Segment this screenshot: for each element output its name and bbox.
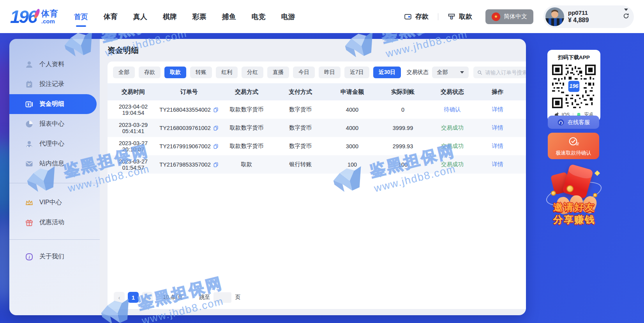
sidebar-item-vip[interactable]: VIP中心 (9, 193, 100, 212)
type-filter-stream[interactable]: 直播 (267, 67, 289, 78)
cell-method: 取款 (219, 161, 274, 168)
balance: ¥ 4,889 (568, 17, 589, 24)
detail-link[interactable]: 详情 (492, 106, 503, 112)
copy-icon[interactable] (213, 144, 219, 149)
qr-code: 196 (552, 65, 596, 108)
cell-payment: 数字货币 (274, 124, 326, 132)
withdraw-atm-icon (448, 13, 455, 21)
nav-item-esports[interactable]: 电竞 (252, 8, 266, 25)
type-filter-deposit[interactable]: 存款 (139, 67, 161, 78)
brand-logo[interactable]: 196 体育 .com (10, 8, 58, 26)
promo-line1: 邀请好友 (544, 201, 605, 214)
headset-icon (557, 119, 565, 126)
detail-link[interactable]: 详情 (492, 143, 503, 149)
status-select[interactable]: 全部 (432, 67, 469, 78)
main-nav: 首页 体育 真人 棋牌 彩票 捕鱼 电竞 电游 (74, 8, 295, 25)
cell-time: 2023-04-02 19:04:54 (108, 104, 159, 116)
rail-support-label: 在线客服 (568, 119, 590, 126)
search-icon (477, 70, 482, 75)
rail-support-button[interactable]: 在线客服 (548, 116, 599, 129)
sidebar-item-agent[interactable]: 代理中心 (9, 134, 100, 154)
status-badge: 待确认 (428, 106, 477, 113)
promo-line2: 分享赚钱 (544, 213, 605, 226)
status-filter-label: 交易状态 (406, 69, 428, 76)
type-filter-transfer[interactable]: 转账 (190, 67, 212, 78)
type-filter-all[interactable]: 全部 (113, 67, 135, 78)
nav-item-games[interactable]: 电游 (281, 8, 295, 25)
nav-item-sports[interactable]: 体育 (104, 8, 118, 25)
gift-icon (25, 218, 34, 227)
page-1-button[interactable]: 1 (128, 292, 139, 303)
coin-icon (551, 191, 556, 196)
main-card: 个人资料 投注记录 ¥ 资金明细 报表中心 (9, 39, 526, 315)
col-actual: 实际到账 (378, 88, 428, 96)
sidebar-item-bet-records[interactable]: 投注记录 (9, 74, 100, 94)
language-selector[interactable]: ★ 简体中文 (485, 9, 533, 24)
type-filter-bonus[interactable]: 红利 (216, 67, 238, 78)
svg-text:i: i (28, 255, 30, 259)
copy-icon[interactable] (213, 107, 219, 112)
sidebar-item-about[interactable]: i 关于我们 (9, 247, 100, 267)
cell-actual: 100 (378, 162, 428, 168)
col-payment: 支付方式 (274, 88, 326, 96)
date-filter-yesterday[interactable]: 昨日 (319, 67, 341, 78)
cell-time: 2023-03-27 20:10:07 (108, 140, 159, 153)
type-filter-withdraw[interactable]: 取款 (164, 67, 186, 78)
user-account[interactable]: pp0711 ¥ 4,889 (543, 5, 634, 28)
type-filter-dividend[interactable]: 分红 (242, 67, 263, 78)
chevron-down-icon[interactable] (624, 9, 628, 11)
cell-order: TY21680433554002 (159, 107, 210, 113)
fast-withdraw-label: 极速取款待确认 (556, 149, 591, 156)
nav-item-chess[interactable]: 棋牌 (163, 8, 177, 25)
coin-icon (593, 193, 597, 197)
fast-withdraw-button[interactable]: 极速取款待确认 (548, 133, 599, 159)
cell-payment: 数字货币 (274, 142, 326, 150)
next-page-button[interactable]: › (142, 292, 153, 303)
date-filter-7days[interactable]: 近7日 (344, 67, 369, 78)
divider (438, 13, 438, 20)
page-unit-label: 页 (235, 294, 240, 301)
pie-chart-icon (25, 120, 34, 128)
qr-code-image: 196 (552, 65, 596, 108)
table-row: 2023-04-02 19:04:54 TY21680433554002 取款数… (108, 100, 526, 119)
detail-link[interactable]: 详情 (492, 125, 503, 131)
avatar[interactable] (545, 7, 564, 26)
jump-page-input[interactable] (213, 292, 231, 303)
sidebar-item-profile[interactable]: 个人资料 (9, 54, 100, 74)
brand-word: 体育 (41, 9, 58, 18)
table-row: 2023-03-27 01:54:57 TY21679853357002 取款 … (108, 155, 526, 174)
sidebar-item-promotions[interactable]: 优惠活动 (9, 212, 100, 232)
cell-amount: 4000 (326, 107, 378, 113)
copy-icon[interactable] (213, 125, 219, 131)
deposit-card-icon (404, 13, 412, 21)
table-row: 2023-03-29 05:41:41 TY21680039761002 取款数… (108, 119, 526, 137)
divider (9, 239, 100, 240)
language-label: 简体中文 (504, 13, 527, 20)
deposit-button[interactable]: 存款 (404, 12, 429, 21)
nav-item-fishing[interactable]: 捕鱼 (222, 8, 236, 25)
invite-promo-banner[interactable]: 邀请好友 分享赚钱 (544, 163, 605, 226)
cell-actual: 2999.93 (378, 143, 428, 149)
sidebar-item-funds[interactable]: ¥ 资金明细 (9, 94, 97, 114)
cell-order: TY21680039761002 (159, 125, 210, 131)
info-icon: i (25, 253, 34, 261)
search-input[interactable] (485, 70, 526, 75)
nav-item-home[interactable]: 首页 (74, 8, 88, 25)
sidebar-item-messages[interactable]: 站内信息 (9, 154, 100, 174)
cell-method: 取款数字货币 (219, 124, 274, 132)
nav-item-lottery[interactable]: 彩票 (192, 8, 206, 25)
refresh-icon[interactable] (623, 13, 629, 19)
date-filter-30days[interactable]: 近30日 (373, 67, 401, 78)
cell-method: 取款数字货币 (219, 142, 274, 150)
order-search[interactable] (473, 67, 526, 78)
copy-icon[interactable] (213, 162, 219, 167)
detail-link[interactable]: 详情 (492, 161, 503, 167)
table-header: 交易时间 订单号 交易方式 支付方式 申请金额 实际到账 交易状态 操作 (108, 83, 526, 100)
withdraw-button[interactable]: 取款 (448, 12, 472, 21)
cell-payment: 数字货币 (274, 106, 326, 113)
date-filter-today[interactable]: 今日 (293, 67, 315, 78)
col-action: 操作 (477, 88, 518, 96)
sidebar-item-reports[interactable]: 报表中心 (9, 114, 100, 134)
nav-item-live[interactable]: 真人 (133, 8, 147, 25)
prev-page-button[interactable]: ‹ (114, 292, 125, 303)
